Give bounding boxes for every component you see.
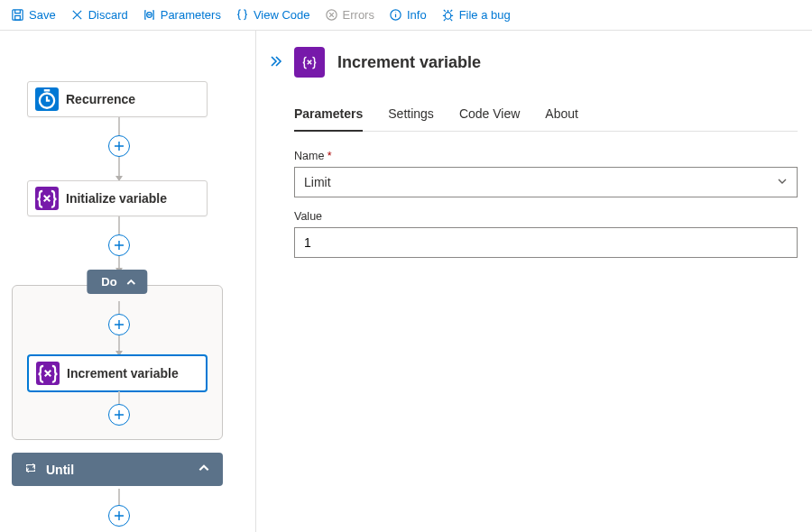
- action-recurrence[interactable]: Recurrence: [27, 81, 208, 117]
- info-button[interactable]: Info: [383, 5, 432, 25]
- tab-about[interactable]: About: [545, 101, 578, 131]
- action-initialize-label: Initialize variable: [66, 191, 167, 206]
- designer-canvas[interactable]: Recurrence Initialize variable Do: [0, 31, 255, 532]
- collapse-panel-button[interactable]: [263, 49, 288, 74]
- svg-point-5: [445, 13, 451, 20]
- connector: [118, 301, 120, 314]
- save-icon: [11, 8, 24, 22]
- until-bar[interactable]: Until: [12, 453, 223, 486]
- discard-button[interactable]: Discard: [65, 5, 134, 25]
- action-initialize-variable[interactable]: Initialize variable: [27, 180, 208, 216]
- panel-title: Increment variable: [337, 53, 481, 72]
- chevron-down-icon: [777, 175, 788, 189]
- braces-icon: [235, 8, 249, 22]
- svg-rect-0: [13, 10, 23, 20]
- action-increment-label: Increment variable: [67, 366, 179, 381]
- svg-rect-1: [15, 15, 21, 20]
- value-field-input[interactable]: [294, 227, 798, 258]
- file-bug-label: File a bug: [459, 8, 511, 22]
- connector: [118, 391, 120, 404]
- action-recurrence-label: Recurrence: [66, 92, 135, 106]
- parameters-button[interactable]: Parameters: [137, 5, 226, 25]
- connector: [118, 489, 120, 505]
- discard-icon: [70, 8, 84, 22]
- name-field-label: Name *: [294, 150, 798, 162]
- add-step-button[interactable]: [108, 404, 130, 426]
- connector: [118, 335, 120, 352]
- errors-icon: [325, 8, 338, 22]
- variable-icon: [294, 47, 325, 78]
- details-panel: Increment variable Parameters Settings C…: [255, 31, 812, 532]
- do-header[interactable]: Do: [87, 270, 147, 294]
- do-label: Do: [101, 275, 116, 289]
- save-label: Save: [29, 8, 56, 22]
- name-field-value: Limit: [304, 175, 331, 189]
- errors-button: Errors: [319, 5, 380, 25]
- view-code-button[interactable]: View Code: [230, 5, 316, 25]
- chevron-up-icon: [198, 462, 210, 477]
- parameters-label: Parameters: [161, 8, 221, 22]
- file-bug-button[interactable]: File a bug: [436, 5, 516, 25]
- panel-tabs: Parameters Settings Code View About: [294, 101, 798, 132]
- add-step-button[interactable]: [108, 505, 130, 527]
- connector: [118, 157, 120, 177]
- connector: [118, 216, 120, 234]
- command-bar: Save Discard Parameters View Code Errors…: [0, 0, 812, 31]
- save-button[interactable]: Save: [5, 5, 61, 25]
- variable-icon: [36, 362, 60, 385]
- tab-parameters[interactable]: Parameters: [294, 101, 363, 132]
- workspace: Recurrence Initialize variable Do: [0, 31, 812, 532]
- timer-icon: [35, 87, 59, 111]
- value-field-label: Value: [294, 210, 798, 223]
- variable-icon: [35, 187, 59, 210]
- until-label: Until: [46, 463, 74, 477]
- loop-icon: [24, 462, 37, 477]
- view-code-label: View Code: [254, 8, 310, 22]
- info-icon: [389, 8, 402, 22]
- errors-label: Errors: [343, 8, 374, 22]
- connector: [118, 117, 120, 135]
- connector: [118, 256, 120, 269]
- discard-label: Discard: [88, 8, 128, 22]
- bug-icon: [441, 8, 455, 22]
- add-step-button[interactable]: [108, 135, 130, 157]
- action-increment-variable[interactable]: Increment variable: [28, 355, 207, 391]
- name-field-select[interactable]: Limit: [294, 167, 798, 197]
- tab-code-view[interactable]: Code View: [459, 101, 520, 131]
- tab-settings[interactable]: Settings: [388, 101, 434, 131]
- parameters-icon: [143, 8, 156, 22]
- info-label: Info: [407, 8, 427, 22]
- add-step-button[interactable]: [108, 234, 130, 256]
- add-step-button[interactable]: [108, 314, 130, 335]
